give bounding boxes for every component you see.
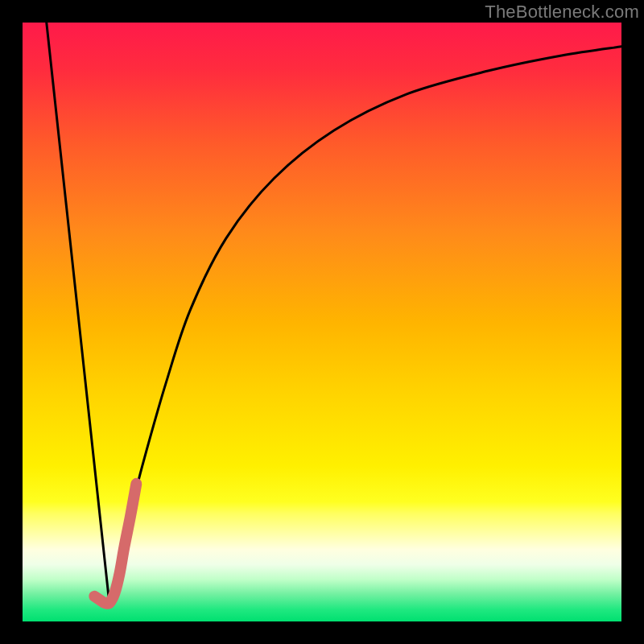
plot-area [23, 23, 621, 621]
chart-svg [23, 23, 621, 621]
watermark-text: TheBottleneck.com [485, 2, 639, 23]
chart-frame: TheBottleneck.com [0, 0, 644, 644]
gradient-background [23, 23, 621, 621]
